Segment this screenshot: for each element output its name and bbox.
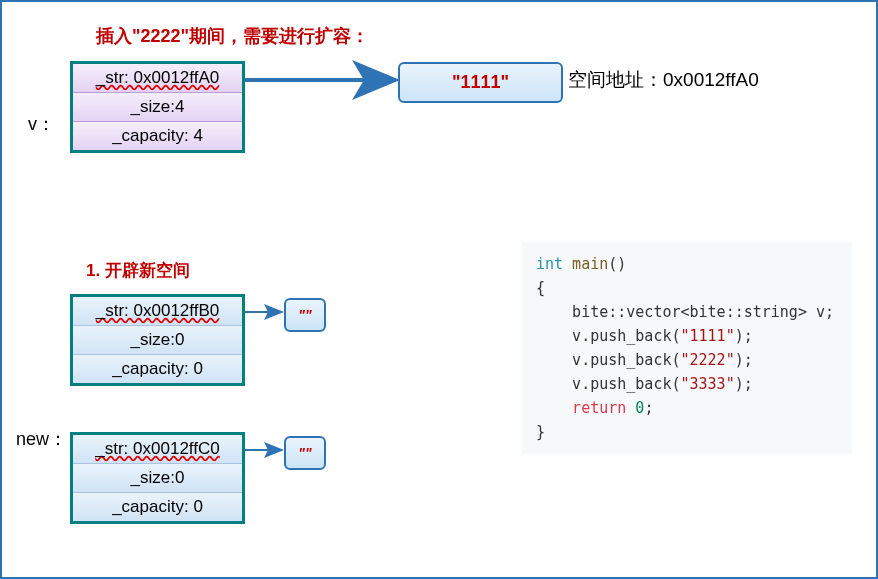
- code-zero: 0: [626, 399, 644, 417]
- address-label: 空间地址：0x0012ffA0: [568, 67, 759, 93]
- code-kw-int: int: [536, 255, 563, 273]
- struct-new1-str: _str: 0x0012ffB0: [73, 297, 242, 326]
- heading-insert: 插入"2222"期间，需要进行扩容：: [96, 24, 369, 48]
- code-return: return: [536, 399, 626, 417]
- code-push1c: );: [735, 327, 753, 345]
- struct-new1-cap: _capacity: 0: [73, 355, 242, 383]
- struct-new2-str: _str: 0x0012ffC0: [73, 435, 242, 464]
- code-push1-str: "1111": [681, 327, 735, 345]
- diagram-canvas: 插入"2222"期间，需要进行扩容： v： _str: 0x0012ffA0 _…: [0, 0, 878, 579]
- struct-new2-size: _size:0: [73, 464, 242, 493]
- empty1-text: "": [298, 307, 311, 323]
- empty2-text: "": [298, 445, 311, 461]
- heading-step1: 1. 开辟新空间: [86, 259, 190, 282]
- code-push1a: v.push_back(: [536, 327, 681, 345]
- struct-new1: _str: 0x0012ffB0 _size:0 _capacity: 0: [70, 294, 245, 386]
- label-new: new：: [16, 427, 67, 451]
- struct-new1-size: _size:0: [73, 326, 242, 355]
- code-push3-str: "3333": [681, 375, 735, 393]
- value-1111-text: "1111": [452, 72, 509, 92]
- code-push2c: );: [735, 351, 753, 369]
- code-push3c: );: [735, 375, 753, 393]
- value-box-empty2: "": [284, 436, 326, 470]
- code-parens: (): [608, 255, 626, 273]
- struct-v-size: _size:4: [73, 93, 242, 122]
- code-brace-close: }: [536, 423, 545, 441]
- code-push2-str: "2222": [681, 351, 735, 369]
- code-func-main: main: [563, 255, 608, 273]
- code-line-decl: bite::vector<bite::string> v;: [536, 303, 834, 321]
- struct-v-str: _str: 0x0012ffA0: [73, 64, 242, 93]
- label-v: v：: [28, 112, 55, 136]
- struct-v: _str: 0x0012ffA0 _size:4 _capacity: 4: [70, 61, 245, 153]
- struct-new2-cap: _capacity: 0: [73, 493, 242, 521]
- value-box-1111: "1111": [398, 62, 563, 103]
- code-brace-open: {: [536, 279, 545, 297]
- code-push2a: v.push_back(: [536, 351, 681, 369]
- struct-v-cap: _capacity: 4: [73, 122, 242, 150]
- code-block: int main() { bite::vector<bite::string> …: [522, 242, 852, 454]
- value-box-empty1: "": [284, 298, 326, 332]
- code-semi: ;: [644, 399, 653, 417]
- code-push3a: v.push_back(: [536, 375, 681, 393]
- struct-new2: _str: 0x0012ffC0 _size:0 _capacity: 0: [70, 432, 245, 524]
